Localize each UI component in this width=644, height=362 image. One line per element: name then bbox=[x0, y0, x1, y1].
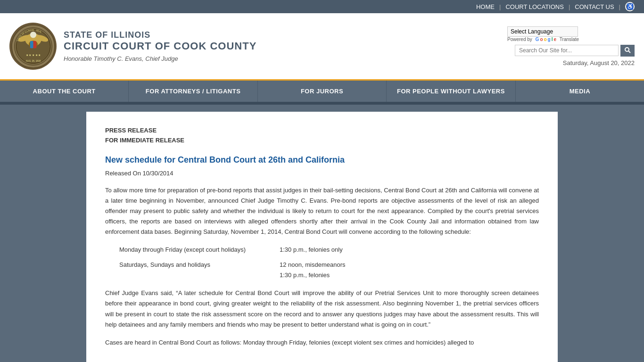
powered-by-text: Powered by bbox=[507, 37, 532, 42]
court-locations-link[interactable]: COURT LOCATIONS bbox=[505, 3, 564, 10]
court-name: CIRCUIT COURT OF COOK COUNTY bbox=[64, 40, 507, 52]
separator-3: | bbox=[619, 3, 620, 10]
schedule-row-2: Saturdays, Sundays and holidays 12 noon,… bbox=[119, 260, 539, 280]
top-bar: HOME | COURT LOCATIONS | CONTACT US | ♿ bbox=[0, 0, 644, 13]
google-o2: o bbox=[544, 37, 546, 42]
body-paragraph-3: Cases are heard in Central Bond Court as… bbox=[105, 337, 539, 348]
state-name: STATE OF ILLINOIS bbox=[64, 30, 507, 40]
nav-people-without-lawyers[interactable]: FOR PEOPLE WITHOUT LAWYERS bbox=[387, 81, 515, 102]
nav-jurors[interactable]: FOR JURORS bbox=[258, 81, 387, 102]
schedule-label-2: Saturdays, Sundays and holidays bbox=[119, 260, 280, 270]
schedule-label-1: Monday through Friday (except court holi… bbox=[119, 245, 280, 255]
state-seal: ★ ★ ★ ★ ★ AUG. 26, 1818 STATE OF ILLINOI… bbox=[9, 23, 57, 70]
svg-text:★ ★ ★ ★ ★: ★ ★ ★ ★ ★ bbox=[25, 54, 40, 57]
nav-attorneys[interactable]: FOR ATTORNEYS / LITIGANTS bbox=[129, 81, 257, 102]
content-wrapper: PRESS RELEASE FOR IMMEDIATE RELEASE New … bbox=[0, 105, 644, 362]
schedule-time-2: 12 noon, misdemeanors 1:30 p.m., felonie… bbox=[280, 260, 345, 280]
accessibility-icon[interactable]: ♿ bbox=[625, 2, 635, 11]
article-title: New schedule for Central Bond Court at 2… bbox=[105, 155, 539, 165]
body-paragraph-1: To allow more time for preparation of pr… bbox=[105, 185, 539, 237]
svg-line-14 bbox=[628, 51, 630, 53]
immediate-release: FOR IMMEDIATE RELEASE bbox=[105, 136, 539, 146]
language-select[interactable]: Select Language bbox=[507, 26, 578, 37]
schedule-table: Monday through Friday (except court holi… bbox=[119, 245, 539, 280]
svg-rect-9 bbox=[30, 41, 33, 48]
schedule-time-line-2: 1:30 p.m., felonies bbox=[280, 270, 345, 280]
svg-point-13 bbox=[625, 48, 629, 51]
content-inner: PRESS RELEASE FOR IMMEDIATE RELEASE New … bbox=[86, 112, 558, 362]
google-g2: g bbox=[548, 37, 551, 42]
schedule-row-1: Monday through Friday (except court holi… bbox=[119, 245, 539, 255]
search-icon bbox=[624, 47, 631, 53]
article-body: To allow more time for preparation of pr… bbox=[105, 185, 539, 348]
body-paragraph-2: Chief Judge Evans said, “A later schedul… bbox=[105, 288, 539, 329]
nav-bar: ABOUT THE COURT FOR ATTORNEYS / LITIGANT… bbox=[0, 79, 644, 102]
translate-text: Translate bbox=[560, 37, 579, 42]
header-left: ★ ★ ★ ★ ★ AUG. 26, 1818 STATE OF ILLINOI… bbox=[9, 23, 507, 70]
google-o1: o bbox=[540, 37, 543, 42]
press-release-label: PRESS RELEASE FOR IMMEDIATE RELEASE bbox=[105, 126, 539, 146]
schedule-time-1: 1:30 p.m., felonies only bbox=[280, 245, 343, 255]
google-e: e bbox=[553, 37, 556, 42]
language-select-container: Select Language Powered by Google Transl… bbox=[507, 26, 635, 42]
date-display: Saturday, August 20, 2022 bbox=[563, 59, 635, 66]
header-right: Select Language Powered by Google Transl… bbox=[507, 26, 635, 66]
nav-about-court[interactable]: ABOUT THE COURT bbox=[0, 81, 129, 102]
search-container bbox=[515, 45, 635, 57]
schedule-time-line-1: 12 noon, misdemeanors bbox=[280, 260, 345, 270]
search-button[interactable] bbox=[620, 45, 635, 57]
home-link[interactable]: HOME bbox=[476, 3, 495, 10]
svg-point-7 bbox=[30, 32, 36, 38]
press-release-title: PRESS RELEASE bbox=[105, 126, 539, 136]
svg-text:AUG. 26, 1818: AUG. 26, 1818 bbox=[25, 59, 41, 62]
powered-by: Powered by Google Translate bbox=[507, 37, 579, 42]
search-input[interactable] bbox=[515, 45, 619, 56]
court-title: STATE OF ILLINOIS CIRCUIT COURT OF COOK … bbox=[64, 30, 507, 62]
contact-us-link[interactable]: CONTACT US bbox=[575, 3, 614, 10]
header: ★ ★ ★ ★ ★ AUG. 26, 1818 STATE OF ILLINOI… bbox=[0, 13, 644, 79]
google-g: G bbox=[536, 37, 539, 42]
separator-2: | bbox=[569, 3, 570, 10]
separator-1: | bbox=[499, 3, 501, 10]
nav-media[interactable]: MEDIA bbox=[516, 81, 644, 102]
google-l: l bbox=[552, 37, 553, 42]
chief-judge: Honorable Timothy C. Evans, Chief Judge bbox=[64, 55, 507, 62]
release-date: Released On 10/30/2014 bbox=[105, 170, 539, 177]
